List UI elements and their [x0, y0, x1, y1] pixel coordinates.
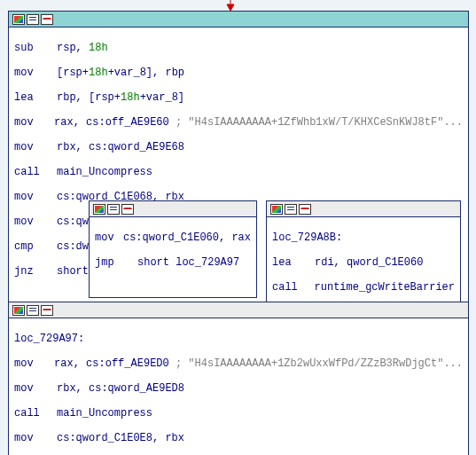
asm-line[interactable]: callruntime_gcWriteBarrier [272, 281, 455, 294]
block-titlebar [9, 12, 468, 27]
asm-line[interactable]: callmain_Uncompress [14, 166, 463, 178]
asm-line[interactable]: callmain_Uncompress [14, 407, 463, 420]
graph-icon [41, 14, 53, 25]
block-titlebar [9, 302, 468, 318]
color-icon [12, 305, 25, 316]
list-icon [107, 204, 120, 215]
graph-icon [121, 204, 134, 215]
asm-line[interactable]: mov[rsp+18h+var_8], rbp [14, 67, 463, 79]
asm-line[interactable]: movcs:qword_C1E060, rax [95, 231, 251, 244]
list-icon [27, 14, 39, 25]
asm-label-line[interactable]: loc_729A8B: [272, 231, 455, 244]
asm-line[interactable]: movrbx, cs:qword_AE9E68 [14, 141, 463, 153]
asm-line[interactable]: movrbx, cs:qword_AE9ED8 [14, 382, 463, 395]
color-icon [270, 204, 283, 215]
block-body: movcs:qword_C1E060, rax jmpshort loc_729… [90, 217, 256, 297]
color-icon [12, 14, 25, 25]
list-icon [285, 204, 297, 215]
block-body: loc_729A97: movrax, cs:off_AE9ED0 ; "H4s… [9, 318, 468, 455]
disasm-block-4[interactable]: loc_729A97: movrax, cs:off_AE9ED0 ; "H4s… [8, 302, 469, 455]
block-titlebar [267, 201, 460, 217]
disasm-block-2[interactable]: movcs:qword_C1E060, rax jmpshort loc_729… [89, 200, 257, 298]
asm-line[interactable]: movrax, cs:off_AE9ED0 ; "H4sIAAAAAAAA+1Z… [14, 357, 463, 370]
color-icon [93, 204, 105, 215]
block-titlebar [90, 201, 256, 217]
asm-line[interactable]: movrax, cs:off_AE9E60 ; "H4sIAAAAAAAA+1Z… [14, 116, 463, 129]
graph-icon [41, 305, 53, 316]
asm-line[interactable]: subrsp, 18h [14, 42, 463, 54]
asm-line[interactable]: movcs:qword_C1E0E8, rbx [14, 432, 463, 444]
asm-line[interactable]: learbp, [rsp+18h+var_8] [14, 91, 463, 104]
svg-marker-1 [227, 4, 234, 11]
graph-icon [299, 204, 311, 215]
asm-label-line[interactable]: loc_729A97: [14, 333, 463, 345]
asm-line[interactable]: leardi, qword_C1E060 [272, 256, 455, 269]
list-icon [27, 305, 39, 316]
asm-line[interactable]: jmpshort loc_729A97 [95, 256, 251, 269]
